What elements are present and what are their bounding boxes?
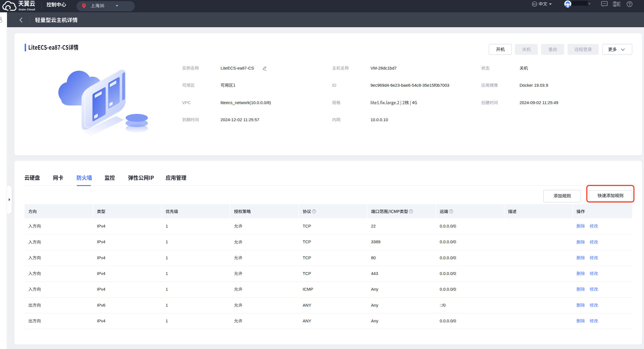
svg-text:En: En	[533, 3, 536, 6]
